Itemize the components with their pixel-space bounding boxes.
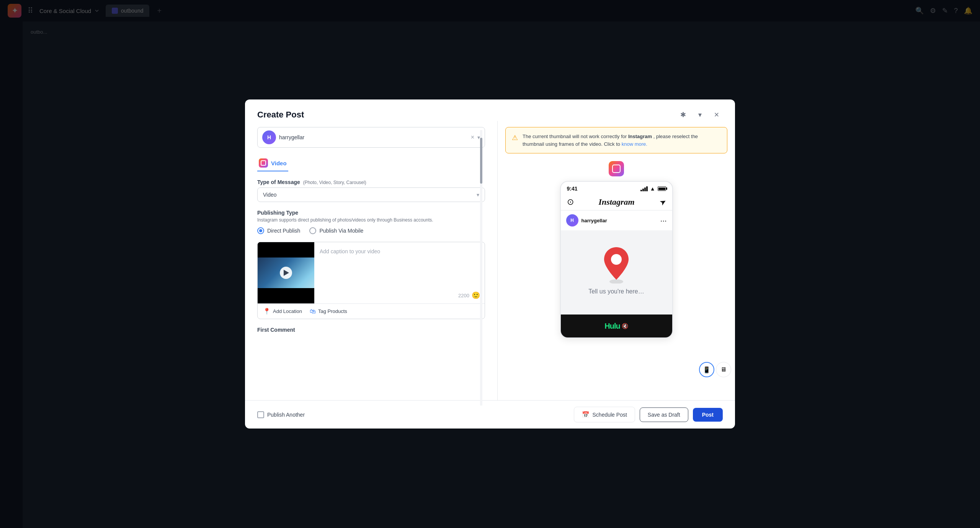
scroll-thumb: [480, 138, 482, 184]
avatar-initials: H: [267, 134, 271, 140]
left-panel: H harrygellar × ▾ Video: [245, 121, 498, 400]
post-user-info: H harrygellar: [566, 214, 607, 227]
mobile-view-button[interactable]: 📱: [699, 362, 714, 377]
caption-area: Add caption to your video 2200 🙂 📍: [257, 242, 485, 319]
publishing-type-label: Publishing Type: [257, 210, 485, 216]
video-top: [258, 242, 314, 257]
account-name: harrygellar: [279, 134, 468, 140]
post-video-bottom: Hulu 🔇: [561, 315, 672, 337]
publishing-type-desc: Instagram supports direct publishing of …: [257, 217, 485, 223]
remove-account-button[interactable]: ×: [471, 134, 474, 141]
video-mid: [258, 257, 314, 288]
location-icon: 📍: [263, 308, 271, 315]
ig-app-bar: ⊙ Instagram ➤: [561, 194, 672, 210]
post-content: Tell us you're here…: [561, 230, 672, 315]
post-button[interactable]: Post: [693, 408, 723, 422]
close-button[interactable]: ×: [710, 109, 723, 121]
phone-status-icons: ▲: [640, 186, 666, 192]
radio-publish-mobile[interactable]: Publish Via Mobile: [309, 227, 363, 234]
char-count: 2200: [458, 293, 469, 298]
schedule-label: Schedule Post: [593, 412, 627, 418]
phone-status-bar: 9:41 ▲: [561, 182, 672, 194]
select-arrow-icon: ▾: [477, 192, 479, 198]
emoji-picker-icon[interactable]: 🙂: [472, 291, 480, 300]
mute-icon[interactable]: 🔇: [622, 323, 628, 329]
save-as-draft-button[interactable]: Save as Draft: [640, 407, 688, 422]
desktop-view-button[interactable]: 🖥: [716, 362, 731, 377]
know-more-link[interactable]: know more.: [622, 141, 647, 147]
app-background: ✦ ⠿ Core & Social Cloud outbound + 🔍 ⚙ ✎…: [0, 0, 980, 528]
view-toggle: 📱 🖥: [699, 362, 731, 377]
location-pin-icon: [601, 245, 632, 284]
ig-icon-inner: [612, 165, 621, 173]
warning-text: The current thumbnail will not work corr…: [523, 133, 721, 148]
modal-body: H harrygellar × ▾ Video: [245, 121, 735, 400]
account-avatar: H: [262, 130, 276, 144]
play-button[interactable]: [280, 267, 292, 279]
desktop-icon: 🖥: [720, 366, 727, 373]
type-sublabel: (Photo, Video, Story, Carousel): [303, 180, 366, 185]
ig-camera-icon[interactable]: ⊙: [567, 197, 574, 207]
ig-send-icon[interactable]: ➤: [658, 196, 668, 207]
instagram-preview-icon: [609, 161, 624, 176]
phone-time: 9:41: [567, 186, 578, 192]
post-header: H harrygellar ···: [561, 210, 672, 230]
tab-video-label: Video: [271, 160, 287, 166]
pin-button[interactable]: ✱: [677, 109, 689, 121]
caption-text-area[interactable]: Add caption to your video 2200 🙂: [314, 242, 485, 303]
post-label: Post: [702, 412, 714, 418]
signal-icon: [640, 186, 648, 191]
caption-inner: Add caption to your video 2200 🙂: [258, 242, 485, 303]
caption-counter: 2200 🙂: [458, 291, 480, 300]
radio-direct-publish[interactable]: Direct Publish: [257, 227, 300, 234]
warning-icon: ⚠: [512, 134, 518, 148]
chevron-down-icon: ▾: [698, 111, 702, 119]
preview-container: 9:41 ▲: [505, 161, 727, 338]
video-thumbnail: [258, 242, 314, 303]
svg-point-1: [611, 254, 622, 265]
draft-label: Save as Draft: [648, 412, 680, 418]
modal-header-actions: ✱ ▾ ×: [677, 109, 723, 121]
add-location-label: Add Location: [273, 308, 302, 314]
tag-products-button[interactable]: 🛍 Tag Products: [310, 308, 347, 315]
mobile-icon: 📱: [703, 366, 710, 373]
warning-bold: Instagram: [628, 134, 652, 139]
type-of-message-label: Type of Message (Photo, Video, Story, Ca…: [257, 179, 485, 185]
instagram-icon: [259, 158, 268, 168]
warning-banner: ⚠ The current thumbnail will not work co…: [505, 127, 727, 153]
svg-point-0: [609, 279, 623, 284]
post-avatar: H: [566, 214, 578, 227]
type-value: Video: [263, 192, 277, 198]
post-username: harrygellar: [581, 218, 607, 223]
ig-logo-text: Instagram: [598, 197, 634, 207]
tag-icon: 🛍: [310, 308, 316, 315]
modal-footer: Publish Another 📅 Schedule Post Save as …: [245, 400, 735, 429]
radio-direct-label: Direct Publish: [267, 228, 300, 234]
caption-placeholder: Add caption to your video: [320, 248, 479, 256]
platform-tabs: Video: [257, 155, 485, 171]
radio-direct-indicator: [257, 227, 264, 234]
right-panel: ⚠ The current thumbnail will not work co…: [498, 121, 735, 400]
collapse-button[interactable]: ▾: [694, 109, 706, 121]
type-of-message-select[interactable]: Video ▾: [257, 187, 485, 202]
publishing-type-radio-group: Direct Publish Publish Via Mobile: [257, 227, 485, 234]
wifi-icon: ▲: [650, 186, 655, 192]
add-location-button[interactable]: 📍 Add Location: [263, 308, 302, 315]
radio-mobile-indicator: [309, 227, 316, 234]
publish-another-label[interactable]: Publish Another: [267, 412, 305, 418]
warning-text-before: The current thumbnail will not work corr…: [523, 134, 628, 139]
schedule-post-button[interactable]: 📅 Schedule Post: [574, 407, 635, 422]
account-chip: H harrygellar × ▾: [257, 127, 485, 148]
phone-mockup: 9:41 ▲: [560, 181, 673, 338]
post-more-icon[interactable]: ···: [660, 216, 667, 225]
scroll-indicator[interactable]: [480, 130, 482, 400]
account-dropdown-icon[interactable]: ▾: [477, 134, 480, 140]
modal-header: Create Post ✱ ▾ ×: [245, 99, 735, 121]
publish-another-section: Publish Another: [257, 411, 305, 418]
publishing-type-section: Publishing Type Instagram supports direc…: [257, 210, 485, 234]
tab-video[interactable]: Video: [257, 155, 288, 171]
create-post-modal: Create Post ✱ ▾ ×: [245, 99, 735, 429]
publish-another-checkbox[interactable]: [257, 411, 264, 418]
video-bot: [258, 288, 314, 303]
play-icon: [284, 270, 289, 276]
